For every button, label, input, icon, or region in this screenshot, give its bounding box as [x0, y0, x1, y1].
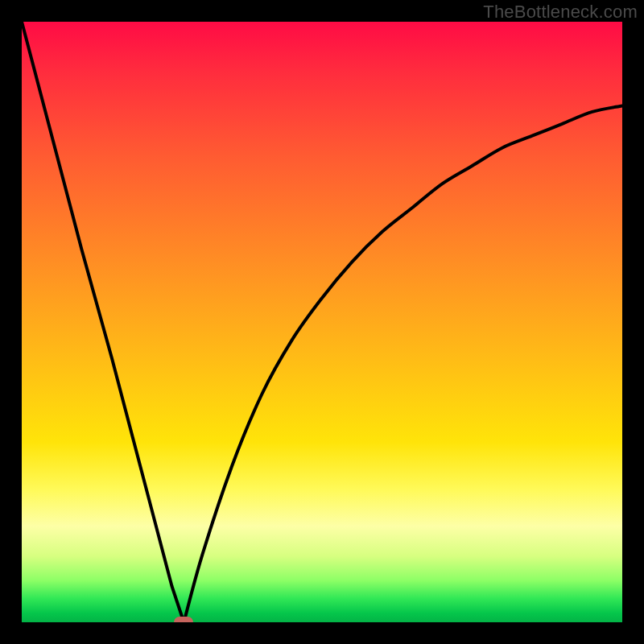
plot-area	[22, 22, 622, 622]
curve-group	[22, 22, 622, 622]
curve-left-branch	[22, 22, 184, 622]
curve-right-branch	[184, 105, 622, 622]
curve-svg	[22, 22, 622, 622]
minimum-marker	[174, 617, 193, 622]
chart-frame: TheBottleneck.com	[0, 0, 644, 644]
watermark-text: TheBottleneck.com	[483, 2, 638, 23]
